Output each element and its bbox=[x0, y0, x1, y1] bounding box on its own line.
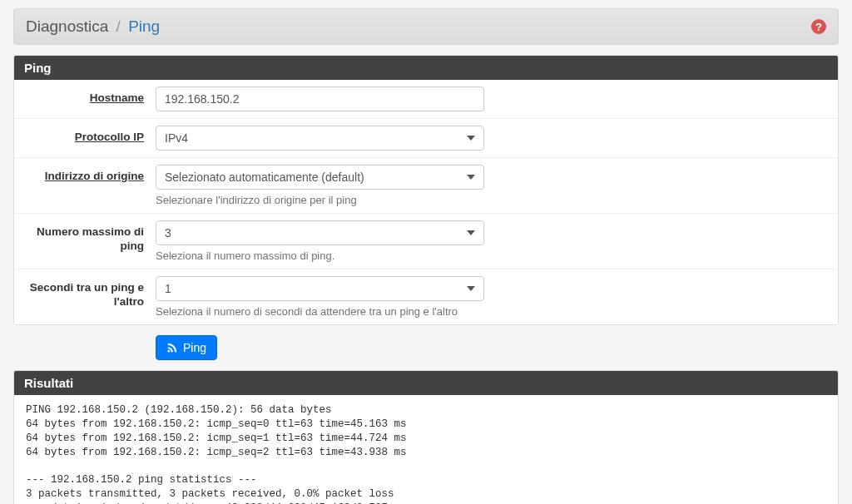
interval-select[interactable]: 1 bbox=[156, 276, 484, 301]
field-count: Numero massimo di ping 3 Seleziona il nu… bbox=[14, 214, 838, 269]
count-help: Seleziona il numero massimo di ping. bbox=[156, 250, 484, 262]
help-icon[interactable]: ? bbox=[811, 19, 826, 34]
interval-label: Secondi tra un ping e l'altro bbox=[24, 276, 156, 309]
panel-results-title: Risultati bbox=[14, 371, 838, 395]
results-output: PING 192.168.150.2 (192.168.150.2): 56 d… bbox=[14, 395, 838, 504]
protocol-select[interactable]: IPv4 bbox=[156, 126, 484, 151]
breadcrumb-separator: / bbox=[116, 17, 121, 35]
source-help: Selezionare l'indirizzo di origine per i… bbox=[156, 194, 484, 206]
panel-ping: Ping Hostname Protocollo IP IPv4 Indiriz… bbox=[13, 55, 839, 325]
field-interval: Secondi tra un ping e l'altro 1 Selezion… bbox=[14, 269, 838, 324]
count-label: Numero massimo di ping bbox=[24, 220, 156, 254]
hostname-input[interactable] bbox=[156, 86, 484, 111]
breadcrumb: Diagnostica / Ping bbox=[26, 17, 160, 36]
breadcrumb-current: Ping bbox=[128, 17, 160, 35]
svg-point-0 bbox=[167, 350, 170, 353]
page-header: Diagnostica / Ping ? bbox=[13, 8, 839, 45]
count-select[interactable]: 3 bbox=[156, 220, 484, 245]
ping-button-label: Ping bbox=[183, 341, 206, 354]
protocol-label: Protocollo IP bbox=[24, 126, 156, 145]
interval-help: Seleziona il numero di secondi da attend… bbox=[156, 305, 484, 318]
field-hostname: Hostname bbox=[14, 80, 838, 119]
source-label: Indirizzo di origine bbox=[24, 165, 156, 184]
ping-button[interactable]: Ping bbox=[156, 335, 217, 360]
hostname-label: Hostname bbox=[24, 86, 156, 106]
rss-icon bbox=[166, 342, 178, 353]
source-select[interactable]: Selezionato automaticamente (default) bbox=[156, 165, 484, 190]
panel-results: Risultati PING 192.168.150.2 (192.168.15… bbox=[13, 370, 839, 504]
field-source: Indirizzo di origine Selezionato automat… bbox=[14, 158, 838, 214]
field-protocol: Protocollo IP IPv4 bbox=[14, 119, 838, 158]
action-row: Ping bbox=[13, 335, 839, 360]
panel-ping-title: Ping bbox=[14, 56, 838, 80]
breadcrumb-parent[interactable]: Diagnostica bbox=[26, 17, 108, 35]
